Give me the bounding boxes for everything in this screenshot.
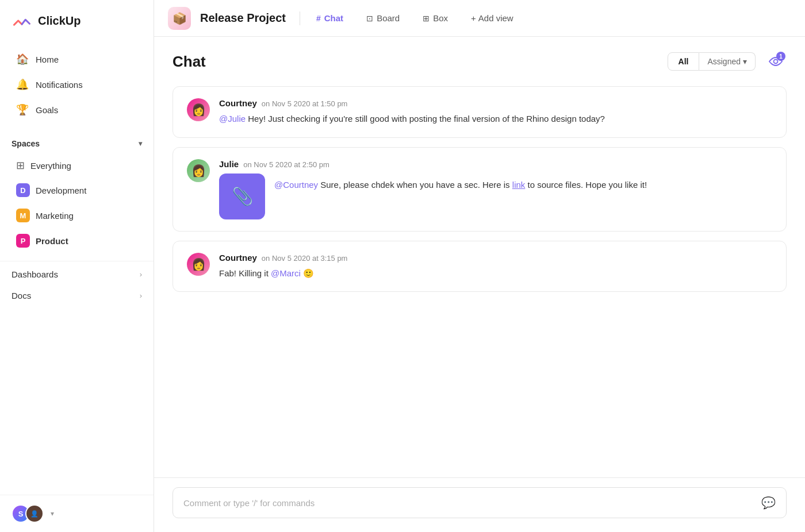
courtney-avatar-1: 👩 — [187, 98, 210, 121]
sidebar-docs-label: Docs — [12, 291, 31, 300]
message-2: 👩 Julie on Nov 5 2020 at 2:50 pm 📎 @Cour… — [172, 147, 787, 232]
tab-divider — [300, 11, 300, 25]
product-badge: P — [16, 234, 30, 248]
trophy-icon: 🏆 — [16, 103, 29, 116]
julie-avatar: 👩 — [187, 159, 210, 182]
avatar-chevron-icon[interactable]: ▾ — [51, 510, 54, 518]
spaces-header[interactable]: Spaces ▾ — [0, 134, 154, 153]
add-view-label: Add view — [478, 13, 513, 23]
tab-board[interactable]: ⊡ Board — [359, 10, 407, 26]
message-2-body2: to source files. Hope you like it! — [527, 180, 647, 190]
sidebar-item-development[interactable]: D Development — [5, 178, 149, 202]
sidebar-extra-sections: Dashboards › Docs › — [0, 261, 154, 309]
tab-box[interactable]: ⊞ Box — [416, 10, 455, 26]
message-3-prefix: Fab! Killing it — [219, 268, 271, 278]
message-3-time: on Nov 5 2020 at 3:15 pm — [262, 254, 348, 263]
message-2-attachment-block: 📎 @Courtney Sure, please chdek when you … — [219, 174, 772, 219]
sidebar-item-home[interactable]: 🏠 Home — [5, 47, 149, 71]
svg-point-0 — [774, 60, 778, 64]
filter-assigned-button[interactable]: Assigned ▾ — [699, 52, 756, 71]
message-1-time: on Nov 5 2020 at 1:50 pm — [262, 99, 348, 108]
watch-button[interactable]: 1 — [765, 51, 787, 72]
bell-icon: 🔔 — [16, 78, 29, 91]
sidebar-item-everything-label: Everything — [30, 161, 71, 171]
message-2-body: Sure, please chdek when you have a sec. … — [320, 180, 512, 190]
sidebar-bottom: S 👤 ▾ — [0, 495, 154, 532]
message-1-header: Courtney on Nov 5 2020 at 1:50 pm — [219, 98, 772, 108]
logo-text: ClickUp — [38, 14, 80, 28]
message-3-author: Courtney — [219, 253, 257, 263]
tab-box-label: Box — [433, 13, 448, 23]
comment-bar: Comment or type '/' for commands 💬 — [154, 477, 805, 532]
message-2-text: @Courtney Sure, please chdek when you ha… — [274, 174, 647, 192]
watch-count-badge: 1 — [776, 52, 785, 61]
filter-assigned-label: Assigned — [707, 57, 741, 66]
courtney-avatar-2: 👩 — [187, 253, 210, 276]
messages-list: 👩 Courtney on Nov 5 2020 at 1:50 pm @Jul… — [154, 82, 805, 477]
chevron-down-icon: ▾ — [139, 140, 142, 148]
mention-courtney[interactable]: @Courtney — [274, 180, 318, 190]
development-badge: D — [16, 183, 30, 197]
filter-all-button[interactable]: All — [668, 52, 700, 71]
sidebar-dashboards-label: Dashboards — [12, 269, 58, 279]
sidebar-item-goals[interactable]: 🏆 Goals — [5, 98, 149, 122]
comment-bubble-icon: 💬 — [761, 496, 776, 510]
content-area: Chat All Assigned ▾ 1 — [154, 37, 805, 532]
project-icon: 📦 — [168, 7, 191, 30]
sidebar: ClickUp 🏠 Home 🔔 Notifications 🏆 Goals S… — [0, 0, 154, 532]
source-link[interactable]: link — [512, 180, 526, 190]
sidebar-item-notifications-label: Notifications — [36, 80, 83, 90]
mention-marci[interactable]: @Marci — [271, 268, 301, 278]
sidebar-item-marketing-label: Marketing — [36, 211, 74, 221]
project-title: Release Project — [200, 11, 286, 25]
spaces-label: Spaces — [12, 139, 40, 148]
message-2-header: Julie on Nov 5 2020 at 2:50 pm — [219, 159, 772, 169]
sidebar-nav: 🏠 Home 🔔 Notifications 🏆 Goals — [0, 41, 154, 128]
sidebar-item-docs[interactable]: Docs › — [0, 285, 154, 306]
attachment-icon: 📎 — [219, 174, 265, 219]
message-3-header: Courtney on Nov 5 2020 at 3:15 pm — [219, 253, 772, 263]
message-1-text: @Julie Hey! Just checking if you're stil… — [219, 113, 772, 126]
logo[interactable]: ClickUp — [0, 0, 154, 41]
message-3-content: Courtney on Nov 5 2020 at 3:15 pm Fab! K… — [219, 253, 772, 280]
message-1-author: Courtney — [219, 98, 257, 108]
user-avatars: S 👤 — [12, 504, 44, 523]
chevron-right-icon: › — [140, 270, 142, 279]
spaces-section: Spaces ▾ ⊞ Everything D Development M Ma… — [0, 128, 154, 256]
sidebar-item-product[interactable]: P Product — [5, 229, 149, 253]
message-3: 👩 Courtney on Nov 5 2020 at 3:15 pm Fab!… — [172, 241, 787, 292]
message-2-time: on Nov 5 2020 at 2:50 pm — [243, 160, 329, 169]
grid-icon: ⊞ — [16, 159, 25, 172]
message-1-content: Courtney on Nov 5 2020 at 1:50 pm @Julie… — [219, 98, 772, 126]
main-content: 📦 Release Project # Chat ⊡ Board ⊞ Box +… — [154, 0, 805, 532]
comment-placeholder: Comment or type '/' for commands — [183, 498, 315, 508]
chat-title: Chat — [172, 53, 206, 71]
filter-bar: All Assigned ▾ — [668, 52, 756, 71]
sidebar-item-goals-label: Goals — [36, 105, 58, 115]
sidebar-item-product-label: Product — [36, 236, 68, 246]
marketing-badge: M — [16, 209, 30, 222]
sidebar-item-notifications[interactable]: 🔔 Notifications — [5, 72, 149, 97]
comment-input-area[interactable]: Comment or type '/' for commands 💬 — [172, 487, 787, 518]
tab-chat[interactable]: # Chat — [309, 10, 350, 26]
plus-icon: + — [471, 13, 476, 23]
mention-julie[interactable]: @Julie — [219, 114, 246, 124]
board-icon: ⊡ — [366, 14, 373, 23]
dropdown-chevron-icon: ▾ — [743, 57, 747, 66]
sidebar-item-dashboards[interactable]: Dashboards › — [0, 264, 154, 285]
chat-header: Chat All Assigned ▾ 1 — [154, 37, 805, 82]
message-3-text: Fab! Killing it @Marci 🙂 — [219, 267, 772, 280]
topbar: 📦 Release Project # Chat ⊡ Board ⊞ Box +… — [154, 0, 805, 37]
chevron-right-icon-docs: › — [140, 291, 142, 300]
add-view-button[interactable]: + Add view — [464, 10, 520, 26]
sidebar-item-everything[interactable]: ⊞ Everything — [5, 154, 149, 177]
message-1: 👩 Courtney on Nov 5 2020 at 1:50 pm @Jul… — [172, 86, 787, 138]
sidebar-item-marketing[interactable]: M Marketing — [5, 203, 149, 228]
message-1-body: Hey! Just checking if you're still good … — [248, 114, 605, 124]
message-2-content: Julie on Nov 5 2020 at 2:50 pm 📎 @Courtn… — [219, 159, 772, 219]
tab-board-label: Board — [377, 13, 400, 23]
message-2-author: Julie — [219, 159, 239, 169]
box-icon: ⊞ — [423, 14, 430, 23]
avatar-b: 👤 — [25, 504, 44, 523]
home-icon: 🏠 — [16, 53, 29, 65]
